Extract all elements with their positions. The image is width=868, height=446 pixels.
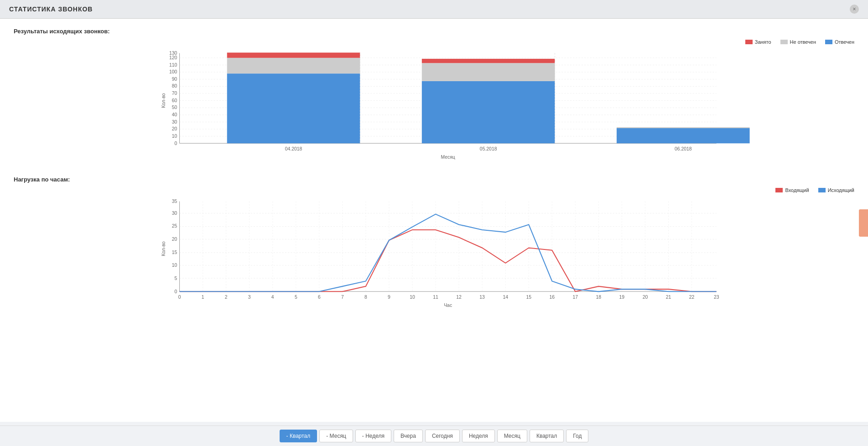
bar2-not-answered xyxy=(422,63,555,81)
y-label-70: 70 xyxy=(172,91,177,96)
y2-label-10: 10 xyxy=(172,263,177,268)
x2-label-16: 16 xyxy=(549,295,555,300)
y-label-90: 90 xyxy=(172,77,177,82)
x2-label-21: 21 xyxy=(666,295,671,300)
x2-label-10: 10 xyxy=(410,295,415,300)
outgoing-line xyxy=(180,214,717,292)
header: СТАТИСТИКА ЗВОНКОВ × xyxy=(0,0,868,19)
y-label-10: 10 xyxy=(172,134,177,139)
y-label-50: 50 xyxy=(172,105,177,110)
y-label-20: 20 xyxy=(172,126,177,131)
x2-label-6: 6 xyxy=(318,295,321,300)
close-button[interactable]: × xyxy=(850,5,859,14)
y-label-120: 120 xyxy=(169,55,177,60)
legend-label-answered: Отвечен xyxy=(835,39,854,45)
line-chart-section: Нагрузка по часам: Входящий Исходящий 0 xyxy=(14,176,854,311)
bar-chart-svg: 0 10 20 30 40 50 60 70 80 90 100 110 120… xyxy=(36,48,845,162)
legend-item-outgoing: Исходящий xyxy=(818,187,854,193)
x2-label-22: 22 xyxy=(689,295,695,300)
x2-label-17: 17 xyxy=(573,295,578,300)
x2-label-7: 7 xyxy=(341,295,344,300)
bar1-busy xyxy=(227,52,360,57)
x-label-apr: 04.2018 xyxy=(285,146,302,151)
legend-color-outgoing xyxy=(818,188,826,192)
y2-label-20: 20 xyxy=(172,237,177,242)
y2-label-0: 0 xyxy=(175,290,177,295)
bar2-busy xyxy=(422,59,555,63)
legend-label-busy: Занято xyxy=(755,39,771,45)
y2-label-30: 30 xyxy=(172,211,177,216)
bar-chart-legend: Занято Не отвечен Отвечен xyxy=(14,39,854,45)
legend-item-answered: Отвечен xyxy=(825,39,854,45)
y2-label-15: 15 xyxy=(172,250,177,255)
y2-label-35: 35 xyxy=(172,199,177,204)
x2-label-12: 12 xyxy=(456,295,462,300)
page-title: СТАТИСТИКА ЗВОНКОВ xyxy=(9,5,93,13)
bar-y-axis-title: Кол-во xyxy=(161,93,166,108)
x2-label-13: 13 xyxy=(479,295,485,300)
line-chart-title: Нагрузка по часам: xyxy=(14,176,854,183)
line-chart-container: 0 5 10 15 20 25 30 35 xyxy=(36,197,845,311)
x2-label-23: 23 xyxy=(714,295,719,300)
x2-label-9: 9 xyxy=(388,295,390,300)
legend-item-incoming: Входящий xyxy=(775,187,809,193)
bar1-not-answered xyxy=(227,58,360,73)
line-x-axis-title: Час xyxy=(444,303,452,308)
right-tab[interactable] xyxy=(859,209,868,237)
bar-chart-container: 0 10 20 30 40 50 60 70 80 90 100 110 120… xyxy=(36,48,845,162)
incoming-line xyxy=(180,230,717,291)
x2-label-1: 1 xyxy=(202,295,204,300)
y-label-0: 0 xyxy=(175,141,177,146)
x2-label-4: 4 xyxy=(271,295,274,300)
bar1-answered xyxy=(227,73,360,143)
x2-label-0: 0 xyxy=(178,295,181,300)
y2-label-5: 5 xyxy=(175,276,177,281)
bar3-not-answered xyxy=(617,127,750,128)
legend-item-busy: Занято xyxy=(745,39,771,45)
legend-item-not-answered: Не отвечен xyxy=(780,39,816,45)
bar-chart-section: Результаты исходящих звонков: Занято Не … xyxy=(14,28,854,162)
x2-label-11: 11 xyxy=(433,295,438,300)
legend-label-outgoing: Исходящий xyxy=(828,187,854,193)
bar-x-axis-title: Месяц xyxy=(441,155,455,160)
x2-label-14: 14 xyxy=(503,295,508,300)
y-label-130: 130 xyxy=(169,51,177,56)
x-label-may: 05.2018 xyxy=(480,146,497,151)
line-chart-svg: 0 5 10 15 20 25 30 35 xyxy=(36,197,845,311)
x-label-jun: 06.2018 xyxy=(675,146,692,151)
y-label-60: 60 xyxy=(172,98,177,103)
legend-label-not-answered: Не отвечен xyxy=(790,39,816,45)
main-content: Результаты исходящих звонков: Занято Не … xyxy=(0,19,868,422)
legend-color-incoming xyxy=(775,188,783,192)
bar3-answered xyxy=(617,128,750,143)
y-label-80: 80 xyxy=(172,83,177,88)
x2-label-2: 2 xyxy=(225,295,228,300)
x2-label-20: 20 xyxy=(643,295,648,300)
y-label-110: 110 xyxy=(169,62,177,67)
x2-label-15: 15 xyxy=(526,295,531,300)
legend-color-not-answered xyxy=(780,40,788,44)
x2-label-3: 3 xyxy=(248,295,251,300)
x2-label-19: 19 xyxy=(619,295,625,300)
y2-label-25: 25 xyxy=(172,223,177,228)
bar-chart-title: Результаты исходящих звонков: xyxy=(14,28,854,35)
x2-label-8: 8 xyxy=(364,295,367,300)
line-chart-legend: Входящий Исходящий xyxy=(14,187,854,193)
bar2-answered xyxy=(422,81,555,143)
legend-color-answered xyxy=(825,40,832,44)
y-label-100: 100 xyxy=(169,69,177,74)
x2-label-18: 18 xyxy=(596,295,602,300)
line-y-axis-title: Кол-во xyxy=(161,241,166,256)
y-label-30: 30 xyxy=(172,119,177,124)
y-label-40: 40 xyxy=(172,112,177,117)
x2-label-5: 5 xyxy=(295,295,297,300)
legend-color-busy xyxy=(745,40,753,44)
legend-label-incoming: Входящий xyxy=(785,187,809,193)
